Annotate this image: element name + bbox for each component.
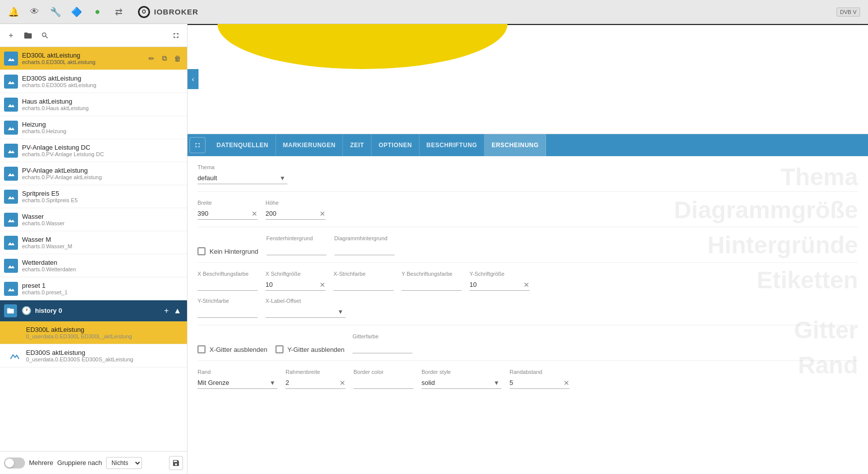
chart-icon xyxy=(4,98,18,112)
x-schriftgroesse-input[interactable] xyxy=(266,279,326,291)
sidebar-item-title: Wasser xyxy=(22,213,183,220)
unlink-icon[interactable]: ⇄ xyxy=(113,7,124,18)
randabstand-clear[interactable]: ✕ xyxy=(564,379,570,387)
chart-icon xyxy=(4,190,18,204)
chart-icon xyxy=(4,144,18,158)
theme-row: Thema default dark light ▼ xyxy=(198,164,858,184)
y-beschriftungsfarbe-color[interactable] xyxy=(402,279,462,291)
shield-icon[interactable]: 🔷 xyxy=(71,7,82,18)
sidebar-item-wasser[interactable]: Wasser echarts.0.Wasser ✏ ⧉ 🗑 xyxy=(0,208,187,231)
breite-input[interactable] xyxy=(198,208,258,220)
save-button[interactable] xyxy=(169,456,183,470)
breite-label: Breite xyxy=(198,200,258,206)
eye-icon[interactable]: 👁 xyxy=(29,7,40,18)
sidebar-item-wasser-m[interactable]: Wasser M echarts.0.Wasser_M ✏ ⧉ 🗑 xyxy=(0,231,187,254)
sidebar-item-subtitle: 0_userdata.0.ED300L ED300L_aktLeistung xyxy=(26,333,183,339)
sidebar-item-text: PV-Anlage aktLeistung echarts.0.PV-Anlag… xyxy=(22,167,183,180)
chart-icon xyxy=(4,121,18,135)
diagrammhintergrund-color[interactable] xyxy=(334,243,394,255)
breite-clear-button[interactable]: ✕ xyxy=(252,210,258,218)
content-area: ‹ DATENQUELLEN MARKIERUNGEN ZEIT OPTIONE… xyxy=(188,24,868,474)
group-select[interactable]: Nichts Tag Woche Monat xyxy=(106,457,142,469)
sidebar-item-spritpreis[interactable]: Spritpreis E5 echarts.0.Spritpreis E5 ✏ … xyxy=(0,185,187,208)
tabs-bar: DATENQUELLEN MARKIERUNGEN ZEIT OPTIONEN … xyxy=(188,134,868,156)
sidebar-item-subtitle: echarts.0.Heizung xyxy=(22,128,183,134)
border-style-label: Border style xyxy=(422,369,502,375)
tab-erscheinung[interactable]: ERSCHEINUNG xyxy=(484,134,546,156)
tab-zeit[interactable]: ZEIT xyxy=(343,134,372,156)
fensterhintergrund-color[interactable] xyxy=(266,243,326,255)
group-add-button[interactable]: + xyxy=(161,305,172,316)
expand-button[interactable] xyxy=(169,29,183,43)
x-schriftgroesse-clear[interactable]: ✕ xyxy=(320,281,326,289)
diagrammhintergrund-field: Diagrammhintergrund xyxy=(334,235,394,255)
sidebar-item-ed300l[interactable]: ED300L aktLeistung echarts.0.ED300L aktL… xyxy=(0,47,187,70)
sidebar-item-text: ED300L aktLeistung echarts.0.ED300L aktL… xyxy=(22,52,146,65)
sidebar-item-pv-akt[interactable]: PV-Anlage aktLeistung echarts.0.PV-Anlag… xyxy=(0,162,187,185)
sidebar-item-actions: ✏ ⧉ 🗑 xyxy=(146,53,183,64)
theme-select[interactable]: default dark light xyxy=(198,172,288,184)
border-style-select[interactable]: solid dashed dotted xyxy=(422,377,502,389)
sidebar-toolbar: + xyxy=(0,24,187,47)
x-gitter-label: X-Gitter ausblenden xyxy=(210,346,268,353)
sidebar-item-text: PV-Anlage Leistung DC echarts.0.PV-Anlag… xyxy=(22,144,183,157)
y-gitter-checkbox[interactable]: Y-Gitter ausblenden xyxy=(276,345,344,353)
search-button[interactable] xyxy=(38,29,52,43)
x-label-offset-select[interactable] xyxy=(266,306,346,318)
copy-icon[interactable]: ⧉ xyxy=(159,53,170,64)
rahmenbreite-field: Rahmenbreite ✕ xyxy=(286,369,346,389)
hoehe-input[interactable] xyxy=(266,208,326,220)
sidebar-item-pv-dc[interactable]: PV-Anlage Leistung DC echarts.0.PV-Anlag… xyxy=(0,139,187,162)
x-beschriftungsfarbe-color[interactable] xyxy=(198,279,258,291)
sidebar-item-subtitle: echarts.0.preset_1 xyxy=(22,289,183,295)
rahmenbreite-clear[interactable]: ✕ xyxy=(340,379,346,387)
randabstand-input[interactable] xyxy=(510,377,570,389)
sidebar-item-title: preset 1 xyxy=(22,282,183,289)
y-strichfarbe-color[interactable] xyxy=(198,306,258,318)
tab-expand-button[interactable] xyxy=(190,137,206,153)
group-collapse-button[interactable]: ▲ xyxy=(172,305,183,316)
rand-select[interactable]: Mit Grenze Ohne Grenze xyxy=(198,377,278,389)
wrench-icon[interactable]: 🔧 xyxy=(50,7,61,18)
rahmenbreite-input[interactable] xyxy=(286,377,346,389)
main-layout: + ED300L aktLeistung echarts.0.ED300L ak… xyxy=(0,24,868,474)
toggle-knob xyxy=(5,458,14,467)
back-button[interactable]: ‹ xyxy=(188,69,198,89)
chart-yellow-shape xyxy=(218,24,508,69)
toggle-switch[interactable] xyxy=(4,457,25,468)
edit-icon[interactable]: ✏ xyxy=(146,53,157,64)
gitterfarbe-color[interactable] xyxy=(352,341,412,353)
size-row: Breite ✕ Höhe ✕ xyxy=(198,200,858,220)
border-color-swatch[interactable] xyxy=(354,377,414,389)
group-item-ed300l[interactable]: ED300L aktLeistung 0_userdata.0.ED300L E… xyxy=(0,321,187,344)
add-folder-button[interactable] xyxy=(21,29,35,43)
sidebar-item-title: ED300S aktLeistung xyxy=(26,349,183,356)
tab-datenquellen[interactable]: DATENQUELLEN xyxy=(210,134,276,156)
tab-markierungen[interactable]: MARKIERUNGEN xyxy=(276,134,343,156)
sidebar-group-header[interactable]: 🕐 history 0 + ▲ xyxy=(0,300,187,321)
x-strichfarbe-field: X-Strichfarbe xyxy=(334,271,394,291)
bell-icon[interactable]: 🔔 xyxy=(8,7,19,18)
sidebar-item-preset1[interactable]: preset 1 echarts.0.preset_1 ✏ ⧉ 🗑 xyxy=(0,277,187,300)
leaf-icon[interactable]: ● xyxy=(92,7,103,18)
y-schriftgroesse-input[interactable] xyxy=(470,279,530,291)
tab-optionen[interactable]: OPTIONEN xyxy=(372,134,420,156)
sidebar-item-ed300s[interactable]: ED300S aktLeistung echarts.0.ED300S aktL… xyxy=(0,70,187,93)
delete-icon[interactable]: 🗑 xyxy=(172,53,183,64)
y-schriftgroesse-clear[interactable]: ✕ xyxy=(524,281,530,289)
chart-line-icon xyxy=(8,349,22,363)
sidebar-item-haus[interactable]: Haus aktLeistung echarts.0.Haus aktLeist… xyxy=(0,93,187,116)
sidebar-item-heizung[interactable]: Heizung echarts.0.Heizung ✏ ⧉ 🗑 xyxy=(0,116,187,139)
group-item-ed300s[interactable]: ED300S aktLeistung 0_userdata.0.ED300S E… xyxy=(0,344,187,367)
sidebar-item-subtitle: echarts.0.ED300L aktLeistung xyxy=(22,59,146,65)
tab-beschriftung[interactable]: BESCHRIFTUNG xyxy=(420,134,484,156)
divider-1 xyxy=(198,191,858,192)
fensterhintergrund-label: Fensterhintergrund xyxy=(266,235,326,241)
sidebar-item-wetterdaten[interactable]: Wetterdaten echarts.0.Wetterdaten ✏ ⧉ 🗑 xyxy=(0,254,187,277)
toggle-label: Mehrere xyxy=(29,459,53,466)
add-button[interactable]: + xyxy=(4,29,18,43)
hoehe-clear-button[interactable]: ✕ xyxy=(320,210,326,218)
x-gitter-checkbox[interactable]: X-Gitter ausblenden xyxy=(198,345,268,353)
kein-hintergrund-checkbox[interactable]: Kein Hintergrund xyxy=(198,247,258,255)
x-strichfarbe-color[interactable] xyxy=(334,279,394,291)
